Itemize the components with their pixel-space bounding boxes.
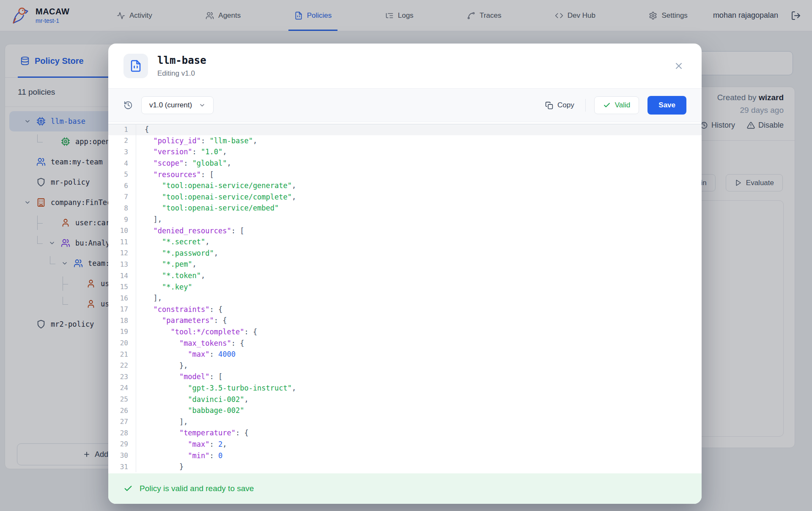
code-line-content[interactable]: "tool:openai-service/complete", <box>136 193 296 201</box>
code-token: , <box>292 193 296 201</box>
code-token: : <box>192 148 201 156</box>
version-select-value: v1.0 (current) <box>149 101 192 109</box>
code-line-content[interactable]: "temperature": { <box>136 429 249 437</box>
code-line-content[interactable]: "tool:openai-service/embed" <box>136 204 279 212</box>
code-line-content[interactable]: "parameters": { <box>136 316 227 325</box>
code-line-content[interactable]: "gpt-3.5-turbo-instruct", <box>136 384 296 392</box>
code-line-content[interactable]: ], <box>136 215 162 224</box>
code-line-content[interactable]: "scope": "global", <box>136 159 231 167</box>
line-number: 16 <box>108 292 136 304</box>
line-number: 31 <box>108 461 136 473</box>
code-token: "model" <box>179 372 210 381</box>
code-token: { <box>145 125 149 134</box>
code-line-content[interactable]: "min": 0 <box>136 451 222 460</box>
line-number: 7 <box>108 191 136 203</box>
code-token <box>145 316 162 325</box>
line-number: 22 <box>108 360 136 371</box>
code-token: "version" <box>153 148 192 156</box>
code-line: 10 "denied_resources": [ <box>108 225 702 236</box>
code-token: : { <box>244 328 257 336</box>
code-token: "*.token" <box>162 271 201 280</box>
line-number: 15 <box>108 281 136 292</box>
code-line: 31 } <box>108 461 702 473</box>
code-line-content[interactable]: }, <box>136 361 188 370</box>
code-line-content[interactable]: "*.pem", <box>136 260 197 268</box>
copy-button[interactable]: Copy <box>543 101 577 110</box>
code-token <box>145 238 162 246</box>
line-number: 29 <box>108 439 136 450</box>
code-line-content[interactable]: "davinci-002", <box>136 395 249 404</box>
code-token <box>145 406 188 415</box>
code-token: "davinci-002" <box>188 395 244 404</box>
line-number: 27 <box>108 416 136 427</box>
code-token: : { <box>231 339 244 347</box>
check-icon <box>123 484 133 493</box>
code-line-content[interactable]: "model": [ <box>136 372 222 381</box>
code-line-content[interactable]: "max": 2, <box>136 440 227 448</box>
code-line-content[interactable]: ], <box>136 418 188 426</box>
code-line: 17 "constraints": { <box>108 304 702 315</box>
policy-editor-modal: llm-base Editing v1.0 v1.0 (current) <box>108 44 702 504</box>
code-line-content[interactable]: "tool:*/complete": { <box>136 328 257 336</box>
code-token <box>145 159 153 167</box>
code-token: "temperature" <box>179 429 236 437</box>
line-number: 10 <box>108 225 136 236</box>
code-line-content[interactable]: "max_tokens": { <box>136 339 244 347</box>
code-line-content[interactable]: "resources": [ <box>136 170 214 179</box>
code-line: 22 }, <box>108 360 702 371</box>
code-line-content[interactable]: "policy_id": "llm-base", <box>136 137 257 145</box>
line-number: 24 <box>108 383 136 394</box>
valid-status-button[interactable]: Valid <box>594 96 639 114</box>
line-number: 1 <box>108 124 136 135</box>
code-token: "constraints" <box>153 305 209 314</box>
code-line-content[interactable]: "tool:openai-service/generate", <box>136 181 296 190</box>
code-token: "1.0" <box>201 148 222 156</box>
code-line: 20 "max_tokens": { <box>108 337 702 349</box>
code-line-content[interactable]: "denied_resources": [ <box>136 227 244 235</box>
code-line-content[interactable]: "constraints": { <box>136 305 222 314</box>
code-token <box>145 204 162 212</box>
code-token: "*.secret" <box>162 238 205 246</box>
code-line-content[interactable]: { <box>136 125 149 134</box>
code-token <box>145 451 188 460</box>
code-token: 2 <box>218 440 222 448</box>
modal-title: llm-base <box>157 55 206 66</box>
code-line: 5 "resources": [ <box>108 169 702 180</box>
code-line-content[interactable]: "*.secret", <box>136 238 210 246</box>
code-line: 29 "max": 2, <box>108 439 702 450</box>
line-number: 19 <box>108 326 136 338</box>
policy-code-editor[interactable]: 1{2 "policy_id": "llm-base",3 "version":… <box>108 122 702 473</box>
code-line: 18 "parameters": { <box>108 315 702 326</box>
code-line-content[interactable]: "*.key" <box>136 283 192 291</box>
code-token: : [ <box>210 372 223 381</box>
close-icon[interactable] <box>671 58 686 74</box>
code-token: "parameters" <box>162 316 214 325</box>
policy-file-icon <box>123 54 148 78</box>
code-token <box>145 137 153 145</box>
code-line-content[interactable]: "babbage-002" <box>136 406 244 415</box>
code-token: "max" <box>188 440 209 448</box>
code-line-content[interactable]: "*.token", <box>136 271 205 280</box>
code-token: ], <box>145 418 188 426</box>
code-token: : { <box>210 305 223 314</box>
code-token: "gpt-3.5-turbo-instruct" <box>188 384 292 392</box>
code-token <box>145 339 179 347</box>
version-select[interactable]: v1.0 (current) <box>141 96 214 114</box>
code-line-content[interactable]: ], <box>136 294 162 302</box>
line-number: 2 <box>108 135 136 147</box>
code-token: "tool:openai-service/embed" <box>162 204 279 212</box>
code-line: 7 "tool:openai-service/complete", <box>108 191 702 203</box>
code-line: 26 "babbage-002" <box>108 405 702 416</box>
code-line-content[interactable]: "version": "1.0", <box>136 148 227 156</box>
code-token: "resources" <box>153 170 201 179</box>
code-line-content[interactable]: "max": 4000 <box>136 350 236 358</box>
save-button[interactable]: Save <box>647 96 686 115</box>
code-line-content[interactable]: "*.password", <box>136 249 218 257</box>
version-history-icon[interactable] <box>123 101 133 110</box>
code-line: 4 "scope": "global", <box>108 158 702 169</box>
code-token: : <box>210 350 218 358</box>
code-line: 11 "*.secret", <box>108 236 702 248</box>
code-line-content[interactable]: } <box>136 462 184 471</box>
code-token: , <box>222 148 227 156</box>
line-number: 26 <box>108 405 136 416</box>
